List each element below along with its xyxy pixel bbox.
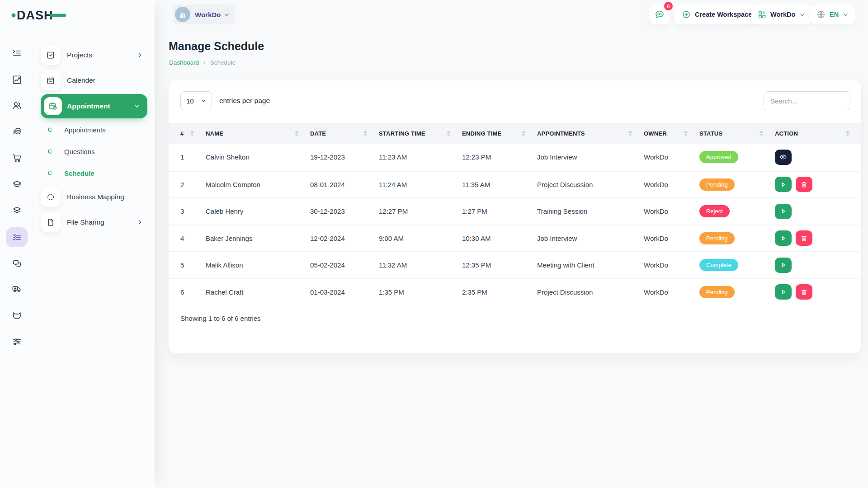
delivery-icon[interactable] bbox=[6, 279, 28, 299]
project-list-icon[interactable] bbox=[6, 43, 28, 63]
sidebar-item-projects[interactable]: Projects bbox=[33, 42, 155, 68]
cell-starting-time: 9:00 AM bbox=[379, 235, 462, 242]
workspace-menu-button[interactable]: WorkDo bbox=[751, 5, 811, 24]
file-icon bbox=[41, 212, 61, 232]
column-header-date[interactable]: DATE bbox=[310, 130, 379, 137]
cell-status: Pending bbox=[699, 178, 775, 191]
pos-cart-icon[interactable] bbox=[6, 148, 28, 168]
column-header-name[interactable]: NAME bbox=[206, 130, 310, 137]
sort-icon bbox=[363, 131, 367, 136]
language-selector[interactable]: EN bbox=[810, 5, 855, 24]
sidebar-subitem-schedule[interactable]: Schedule bbox=[33, 164, 155, 182]
entries-per-page-value: 10 bbox=[186, 97, 194, 105]
cell-starting-time: 12:27 PM bbox=[379, 207, 462, 215]
table-body: 1Calvin Shelton19-12-202311:23 AM12:23 P… bbox=[169, 144, 861, 305]
chevron-right-icon bbox=[137, 52, 143, 58]
column-header-ending-time[interactable]: ENDING TIME bbox=[462, 130, 537, 137]
column-header-hash[interactable]: # bbox=[180, 130, 206, 137]
sidebar-item-calender[interactable]: Calender bbox=[33, 68, 155, 93]
row-number: 2 bbox=[180, 181, 206, 188]
sidebar-item-label: Business Mapping bbox=[67, 193, 124, 201]
table-row: 4Baker Jennings12-02-20249:00 AM10:30 AM… bbox=[169, 225, 861, 252]
calendar-icon bbox=[41, 70, 61, 90]
bullet-icon bbox=[47, 149, 53, 155]
cell-date: 12-02-2024 bbox=[310, 235, 379, 242]
sort-icon bbox=[760, 131, 763, 136]
cell-owner: WorkDo bbox=[644, 235, 699, 242]
cell-action bbox=[775, 258, 861, 273]
sidebar-subitem-appointments[interactable]: Appointments bbox=[33, 121, 155, 139]
breadcrumb-dashboard-link[interactable]: Dashboard bbox=[169, 59, 199, 66]
cell-appointment: Job Interview bbox=[537, 153, 644, 161]
play-icon bbox=[779, 181, 787, 188]
entries-per-page-label: entries per page bbox=[219, 91, 270, 110]
grid-plus-icon bbox=[758, 10, 766, 19]
play-icon bbox=[779, 235, 787, 242]
view-button[interactable] bbox=[775, 150, 792, 165]
workspace-switcher[interactable]: WorkDo bbox=[173, 5, 235, 24]
column-label: NAME bbox=[206, 130, 223, 137]
users-icon[interactable] bbox=[6, 95, 28, 115]
entries-per-page-select[interactable]: 10 bbox=[180, 91, 212, 110]
layers-icon[interactable] bbox=[6, 200, 28, 220]
chevron-down-icon bbox=[843, 12, 849, 18]
cell-action bbox=[775, 284, 861, 300]
chevron-down-icon bbox=[224, 12, 230, 18]
play-icon bbox=[779, 261, 787, 269]
play-button[interactable] bbox=[775, 230, 792, 246]
play-button[interactable] bbox=[775, 284, 792, 300]
row-number: 6 bbox=[180, 288, 206, 296]
bullet-icon bbox=[47, 127, 53, 133]
play-button[interactable] bbox=[775, 177, 792, 192]
create-workspace-button[interactable]: Create Workspace bbox=[675, 5, 759, 24]
breadcrumb-current: Schedule bbox=[210, 59, 236, 66]
cell-status: Approved bbox=[699, 151, 775, 163]
play-button[interactable] bbox=[775, 258, 792, 273]
status-badge: Reject bbox=[699, 205, 730, 217]
cell-name: Caleb Henry bbox=[206, 207, 310, 215]
delete-button[interactable] bbox=[796, 230, 812, 246]
svg-text:DASH: DASH bbox=[17, 9, 53, 22]
chat-bubble-icon bbox=[654, 9, 665, 20]
chevron-down-icon bbox=[201, 98, 206, 103]
column-header-appointments[interactable]: APPOINTMENTS bbox=[537, 130, 644, 137]
vcard-icon[interactable] bbox=[6, 305, 28, 325]
breadcrumb-separator-icon: › bbox=[203, 59, 206, 66]
sort-icon bbox=[684, 131, 688, 136]
row-number: 4 bbox=[180, 235, 206, 242]
play-icon bbox=[779, 207, 787, 215]
cell-owner: WorkDo bbox=[644, 153, 699, 161]
column-header-status[interactable]: STATUS bbox=[699, 130, 775, 137]
play-button[interactable] bbox=[775, 204, 792, 219]
plus-circle-icon bbox=[682, 10, 691, 19]
create-workspace-label: Create Workspace bbox=[695, 11, 752, 18]
sidebar-item-appointment[interactable]: Appointment bbox=[41, 94, 147, 118]
sidebar-subitem-questions[interactable]: Questions bbox=[33, 142, 155, 160]
settings-sliders-icon[interactable] bbox=[6, 332, 28, 352]
column-header-starting-time[interactable]: STARTING TIME bbox=[379, 130, 462, 137]
analytics-icon[interactable] bbox=[6, 70, 28, 89]
delete-button[interactable] bbox=[796, 177, 812, 192]
column-header-owner[interactable]: OWNER bbox=[644, 130, 699, 137]
sort-icon bbox=[846, 131, 849, 136]
finance-icon[interactable] bbox=[6, 122, 28, 141]
training-icon[interactable] bbox=[6, 174, 28, 194]
messages-icon[interactable] bbox=[6, 253, 28, 273]
cell-ending-time: 1:27 PM bbox=[462, 207, 537, 215]
sidebar-item-business-mapping[interactable]: Business Mapping bbox=[33, 184, 155, 210]
sidebar-subitem-label: Questions bbox=[64, 148, 95, 155]
cell-action bbox=[775, 230, 861, 246]
messages-button[interactable]: 0 bbox=[649, 5, 670, 24]
column-label: STATUS bbox=[699, 130, 722, 137]
column-label: APPOINTMENTS bbox=[537, 130, 585, 137]
column-header-action[interactable]: ACTION bbox=[775, 130, 861, 137]
row-number: 5 bbox=[180, 261, 206, 269]
sidebar-item-file-sharing[interactable]: File Sharing bbox=[33, 210, 155, 235]
delete-button[interactable] bbox=[796, 284, 812, 300]
search-input[interactable] bbox=[764, 91, 850, 110]
app-logo[interactable]: DASH bbox=[11, 7, 67, 25]
checklist-icon[interactable] bbox=[6, 227, 28, 247]
cell-starting-time: 11:23 AM bbox=[379, 153, 462, 161]
cell-date: 05-02-2024 bbox=[310, 261, 379, 269]
cell-appointment: Project Discussion bbox=[537, 181, 644, 188]
